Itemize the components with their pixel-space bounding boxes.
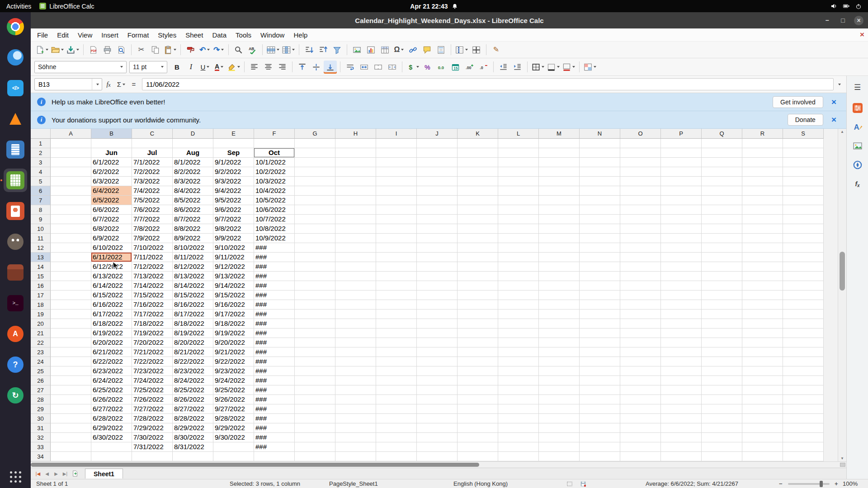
cell[interactable]: 8/3/2022 — [173, 177, 213, 186]
cell[interactable]: 6/6/2022 — [91, 205, 132, 215]
cell[interactable] — [580, 338, 620, 347]
cell[interactable] — [335, 224, 376, 234]
cell[interactable] — [458, 414, 498, 423]
cell[interactable]: 8/15/2022 — [173, 291, 213, 300]
cell[interactable] — [51, 414, 91, 423]
cell[interactable]: 8/14/2022 — [173, 281, 213, 291]
insert-sheet-button[interactable] — [70, 470, 80, 477]
cell[interactable] — [417, 196, 458, 205]
new-document-button[interactable] — [35, 43, 49, 56]
cell[interactable] — [580, 433, 620, 442]
cell[interactable] — [376, 177, 417, 186]
cell[interactable] — [783, 433, 824, 442]
cell[interactable] — [458, 177, 498, 186]
cell[interactable] — [661, 338, 702, 347]
cell[interactable] — [742, 338, 783, 347]
cell[interactable]: 6/3/2022 — [91, 177, 132, 186]
cell[interactable] — [742, 148, 783, 158]
cell[interactable]: 8/1/2022 — [173, 158, 213, 167]
cell[interactable] — [661, 357, 702, 366]
cell[interactable]: 8/9/2022 — [173, 234, 213, 243]
cell[interactable] — [580, 262, 620, 272]
close-document-button[interactable]: × — [860, 30, 864, 39]
cell[interactable] — [295, 281, 335, 291]
cell[interactable] — [417, 319, 458, 328]
cell[interactable] — [335, 423, 376, 433]
cell[interactable] — [254, 452, 295, 461]
cell[interactable]: 6/18/2022 — [91, 319, 132, 328]
cell[interactable] — [51, 215, 91, 224]
cell[interactable] — [417, 234, 458, 243]
cell[interactable] — [51, 139, 91, 148]
cell[interactable] — [783, 328, 824, 338]
align-top-button[interactable] — [296, 61, 309, 74]
cell[interactable] — [620, 262, 661, 272]
cell[interactable] — [539, 452, 580, 461]
cell[interactable] — [620, 300, 661, 310]
cell[interactable] — [620, 167, 661, 177]
cell[interactable] — [295, 196, 335, 205]
cell[interactable] — [580, 148, 620, 158]
cell[interactable] — [783, 291, 824, 300]
cell[interactable] — [376, 158, 417, 167]
cell[interactable]: 7/19/2022 — [132, 328, 173, 338]
cell[interactable] — [620, 158, 661, 167]
conditional-formatting-button[interactable] — [583, 61, 597, 74]
row-header-2[interactable]: 2 — [31, 148, 51, 158]
cell[interactable] — [376, 224, 417, 234]
cell[interactable] — [580, 404, 620, 414]
cell[interactable] — [458, 433, 498, 442]
wrap-text-button[interactable] — [344, 61, 357, 74]
cell[interactable] — [661, 234, 702, 243]
cell[interactable] — [580, 366, 620, 376]
cell[interactable] — [539, 328, 580, 338]
row-header-13[interactable]: 13 — [31, 253, 51, 262]
cell[interactable] — [539, 177, 580, 186]
cell[interactable] — [376, 366, 417, 376]
cell[interactable]: 7/1/2022 — [132, 158, 173, 167]
cell[interactable] — [51, 452, 91, 461]
insert-image-button[interactable] — [350, 43, 363, 56]
cell[interactable] — [458, 158, 498, 167]
column-header-C[interactable]: C — [132, 129, 173, 139]
cell[interactable] — [661, 319, 702, 328]
cell[interactable] — [458, 423, 498, 433]
infobar-close-icon[interactable]: × — [831, 97, 836, 107]
cell[interactable] — [702, 224, 742, 234]
close-button[interactable]: × — [854, 16, 863, 25]
cell[interactable] — [417, 347, 458, 357]
cell[interactable]: 7/16/2022 — [132, 300, 173, 310]
cell[interactable] — [51, 272, 91, 281]
cell[interactable] — [742, 281, 783, 291]
column-header-G[interactable]: G — [295, 129, 335, 139]
cell[interactable] — [580, 291, 620, 300]
cell[interactable] — [783, 442, 824, 452]
cell[interactable] — [295, 442, 335, 452]
cell[interactable] — [742, 234, 783, 243]
cell[interactable] — [620, 395, 661, 404]
cell[interactable] — [620, 139, 661, 148]
cell[interactable] — [783, 385, 824, 395]
cell[interactable] — [620, 291, 661, 300]
cell[interactable]: ### — [254, 347, 295, 357]
row-header-32[interactable]: 32 — [31, 433, 51, 442]
menu-format[interactable]: Format — [123, 28, 154, 42]
column-header-N[interactable]: N — [580, 129, 620, 139]
cell[interactable] — [335, 234, 376, 243]
cell[interactable]: 9/11/2022 — [213, 253, 254, 262]
cell[interactable]: ### — [254, 281, 295, 291]
cell[interactable] — [458, 243, 498, 253]
cell[interactable]: Jun — [91, 148, 132, 158]
cell[interactable] — [620, 414, 661, 423]
cell[interactable] — [620, 243, 661, 253]
cell[interactable] — [620, 310, 661, 319]
cell[interactable]: 8/29/2022 — [173, 423, 213, 433]
cell[interactable] — [335, 395, 376, 404]
cell[interactable]: 7/18/2022 — [132, 319, 173, 328]
cell[interactable] — [498, 357, 539, 366]
cell[interactable] — [417, 328, 458, 338]
row-header-21[interactable]: 21 — [31, 328, 51, 338]
cell[interactable] — [702, 186, 742, 196]
dock-item-software-updater[interactable]: ↻ — [4, 384, 27, 407]
row-header-29[interactable]: 29 — [31, 404, 51, 414]
